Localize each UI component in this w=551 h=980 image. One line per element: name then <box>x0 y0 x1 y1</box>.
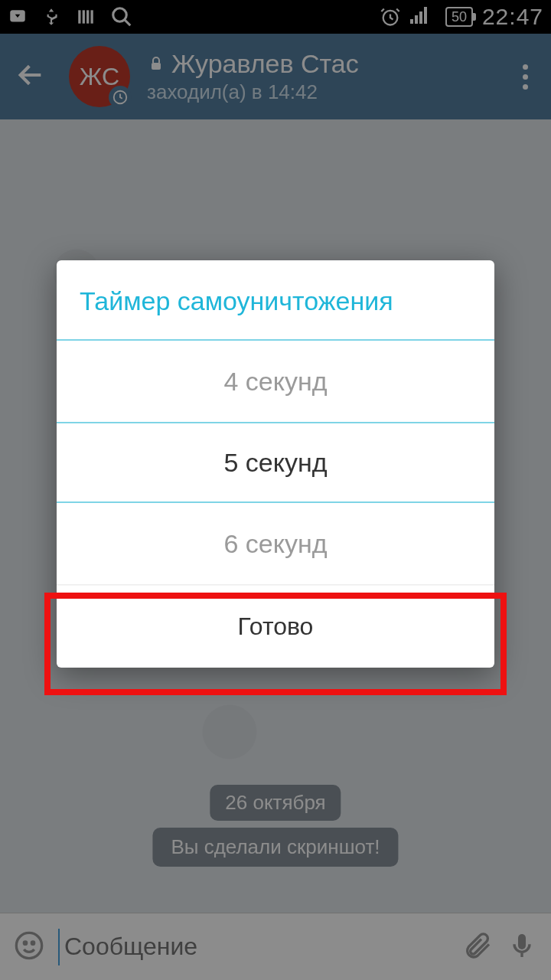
self-destruct-timer-dialog: Таймер самоуничтожения 4 секунд 5 секунд… <box>57 260 494 668</box>
time-picker[interactable]: 4 секунд 5 секунд 6 секунд <box>57 339 494 585</box>
picker-option-prev[interactable]: 4 секунд <box>57 341 494 422</box>
picker-option-next[interactable]: 6 секунд <box>57 503 494 584</box>
done-button[interactable]: Готово <box>57 585 494 668</box>
picker-option-selected[interactable]: 5 секунд <box>57 422 494 503</box>
dialog-title: Таймер самоуничтожения <box>57 260 494 339</box>
